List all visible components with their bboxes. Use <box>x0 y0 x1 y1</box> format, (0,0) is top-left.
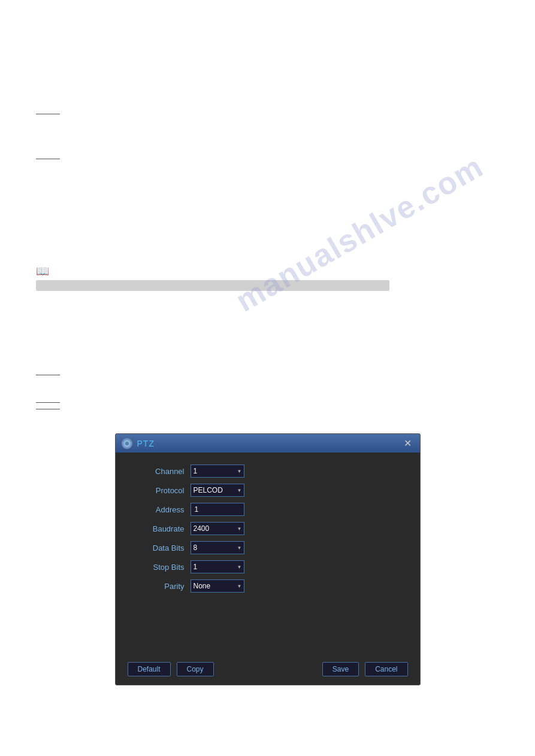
copy-button[interactable]: Copy <box>177 662 214 676</box>
parity-select-wrapper: None Odd Even <box>191 579 244 593</box>
form-row-parity: Parity None Odd Even <box>134 579 402 593</box>
form-row-address: Address <box>134 503 402 516</box>
book-icon: 📖 <box>36 265 499 278</box>
dialog-body: Channel 1 2 3 4 Protocol <box>116 453 420 656</box>
form-row-baudrate: Baudrate 1200 2400 4800 9600 <box>134 522 402 535</box>
label-stopbits: Stop Bits <box>134 563 185 572</box>
text-line-5 <box>36 138 499 150</box>
cancel-button[interactable]: Cancel <box>365 662 407 676</box>
form-row-databits: Data Bits 7 8 <box>134 541 402 554</box>
text-line-10 <box>36 234 499 247</box>
form-row-channel: Channel 1 2 3 4 <box>134 464 402 478</box>
ptz-dialog: PTZ ✕ Channel 1 2 3 4 <box>115 433 421 685</box>
note-text-2 <box>36 310 499 323</box>
label-baudrate: Baudrate <box>134 524 185 533</box>
text-line-6 <box>36 165 499 178</box>
baudrate-select[interactable]: 1200 2400 4800 9600 <box>191 522 244 535</box>
label-protocol: Protocol <box>134 486 185 495</box>
note-text-3 <box>36 323 499 336</box>
text-line-8 <box>36 200 499 212</box>
underline-5 <box>36 409 60 409</box>
note-text-4 <box>36 336 499 350</box>
save-button[interactable]: Save <box>322 662 359 676</box>
text-line-2 <box>36 48 499 61</box>
ptz-dialog-icon <box>122 438 132 449</box>
address-input[interactable] <box>191 503 244 516</box>
text-line-9 <box>36 217 499 229</box>
footer-right-buttons: Save Cancel <box>322 662 408 676</box>
channel-select[interactable]: 1 2 3 4 <box>191 464 244 478</box>
dialog-footer: Default Copy Save Cancel <box>116 656 420 685</box>
underline-2 <box>36 159 60 159</box>
stopbits-select-wrapper: 1 2 <box>191 560 244 573</box>
baudrate-select-wrapper: 1200 2400 4800 9600 <box>191 522 244 535</box>
label-parity: Parity <box>134 582 185 591</box>
ptz-dialog-overlay: PTZ ✕ Channel 1 2 3 4 <box>36 433 499 685</box>
label-address: Address <box>134 505 185 514</box>
stopbits-select[interactable]: 1 2 <box>191 560 244 573</box>
dialog-titlebar: PTZ ✕ <box>116 434 420 453</box>
text-line-7 <box>36 183 499 195</box>
protocol-select[interactable]: PELCOD PELCOP <box>191 484 244 497</box>
label-databits: Data Bits <box>134 544 185 552</box>
dialog-close-button[interactable]: ✕ <box>401 438 414 449</box>
note-text-5 <box>36 350 499 363</box>
parity-select[interactable]: None Odd Even <box>191 579 244 593</box>
text-line-3 <box>36 66 499 78</box>
underline-3 <box>36 375 60 375</box>
svg-point-1 <box>125 442 129 445</box>
default-button[interactable]: Default <box>128 662 171 676</box>
note-section: 📖 <box>36 265 499 363</box>
dialog-title-text: PTZ <box>137 439 155 448</box>
note-text-1 <box>36 297 499 310</box>
dialog-spacer <box>134 599 402 646</box>
form-row-protocol: Protocol PELCOD PELCOP <box>134 484 402 497</box>
label-channel: Channel <box>134 467 185 476</box>
text-line-1 <box>36 24 499 37</box>
databits-select-wrapper: 7 8 <box>191 541 244 554</box>
protocol-select-wrapper: PELCOD PELCOP <box>191 484 244 497</box>
underline-4 <box>36 402 60 403</box>
form-row-stopbits: Stop Bits 1 2 <box>134 560 402 573</box>
databits-select[interactable]: 7 8 <box>191 541 244 554</box>
channel-select-wrapper: 1 2 3 4 <box>191 464 244 478</box>
text-line-11 <box>36 381 499 394</box>
footer-left-buttons: Default Copy <box>128 662 214 676</box>
text-line-4 <box>36 120 499 133</box>
dialog-title-left: PTZ <box>122 438 155 449</box>
note-bar <box>36 280 389 291</box>
underline-1 <box>36 114 60 114</box>
